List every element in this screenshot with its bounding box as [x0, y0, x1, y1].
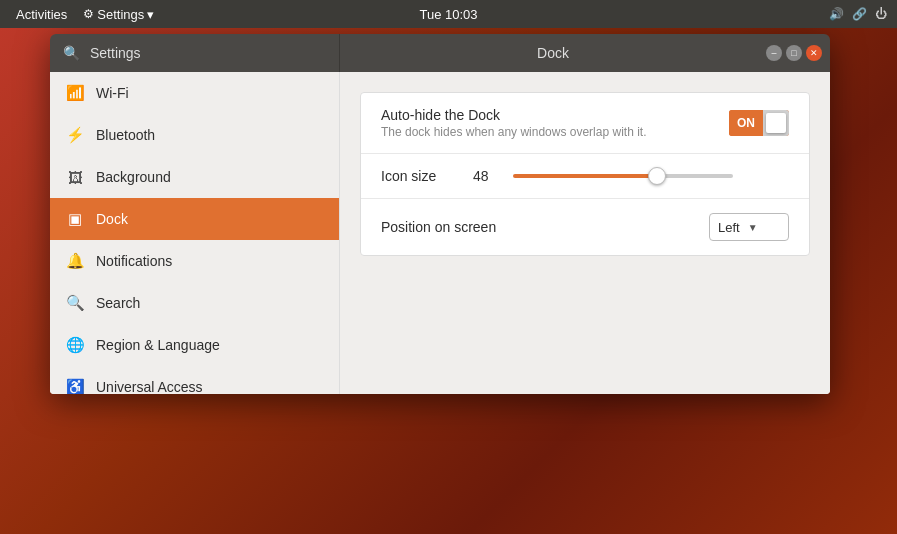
sidebar-item-universal[interactable]: ♿ Universal Access: [50, 366, 339, 394]
icon-size-control: Icon size 48: [381, 168, 789, 184]
close-button[interactable]: ✕: [806, 45, 822, 61]
settings-menu[interactable]: ⚙ Settings ▾: [77, 5, 160, 24]
settings-menu-arrow-icon: ▾: [147, 7, 154, 22]
title-bar-settings-label: Settings: [90, 45, 141, 61]
sidebar-item-search-label: Search: [96, 295, 140, 311]
region-icon: 🌐: [66, 336, 84, 354]
toggle-on-label: ON: [729, 110, 763, 136]
sidebar: 📶 Wi-Fi ⚡ Bluetooth 🖼 Background ▣ Dock …: [50, 72, 340, 394]
position-value: Left: [718, 220, 740, 235]
top-bar-right: 🔊 🔗 ⏻: [829, 7, 887, 21]
settings-menu-label: Settings: [97, 7, 144, 22]
chevron-down-icon: ▼: [748, 222, 758, 233]
top-bar-left: Activities ⚙ Settings ▾: [10, 5, 160, 24]
sidebar-item-wifi-label: Wi-Fi: [96, 85, 129, 101]
bell-icon: 🔔: [66, 252, 84, 270]
sidebar-item-background-label: Background: [96, 169, 171, 185]
icon-size-value: 48: [473, 168, 501, 184]
autohide-description: The dock hides when any windows overlap …: [381, 125, 646, 139]
autohide-label-group: Auto-hide the Dock The dock hides when a…: [381, 107, 646, 139]
sidebar-item-search[interactable]: 🔍 Search: [50, 282, 339, 324]
bluetooth-icon: ⚡: [66, 126, 84, 144]
sidebar-item-region[interactable]: 🌐 Region & Language: [50, 324, 339, 366]
autohide-row: Auto-hide the Dock The dock hides when a…: [361, 93, 809, 154]
volume-icon: 🔊: [829, 7, 844, 21]
sidebar-item-region-label: Region & Language: [96, 337, 220, 353]
position-select[interactable]: Left ▼: [709, 213, 789, 241]
sidebar-item-dock-label: Dock: [96, 211, 128, 227]
sidebar-item-bluetooth[interactable]: ⚡ Bluetooth: [50, 114, 339, 156]
sidebar-item-notifications-label: Notifications: [96, 253, 172, 269]
title-bar-left: 🔍 Settings: [50, 34, 340, 72]
top-bar: Activities ⚙ Settings ▾ Tue 10:03 🔊 🔗 ⏻: [0, 0, 897, 28]
sidebar-item-universal-label: Universal Access: [96, 379, 203, 394]
sidebar-item-notifications[interactable]: 🔔 Notifications: [50, 240, 339, 282]
background-icon: 🖼: [66, 169, 84, 186]
sidebar-item-wifi[interactable]: 📶 Wi-Fi: [50, 72, 339, 114]
icon-size-row: Icon size 48: [361, 154, 809, 199]
power-icon: ⏻: [875, 7, 887, 21]
autohide-toggle[interactable]: ON: [729, 110, 789, 136]
minimize-button[interactable]: –: [766, 45, 782, 61]
window-controls: – □ ✕: [766, 45, 830, 61]
universal-icon: ♿: [66, 378, 84, 394]
slider-container: [513, 174, 789, 178]
title-bar-center: Dock: [340, 45, 766, 61]
settings-window: 🔍 Settings Dock – □ ✕ 📶 Wi-Fi ⚡ Bluetoot…: [50, 34, 830, 394]
position-row: Position on screen Left ▼: [361, 199, 809, 255]
sidebar-item-bluetooth-label: Bluetooth: [96, 127, 155, 143]
activities-button[interactable]: Activities: [10, 5, 73, 24]
maximize-button[interactable]: □: [786, 45, 802, 61]
dock-settings-card: Auto-hide the Dock The dock hides when a…: [360, 92, 810, 256]
clock: Tue 10:03: [419, 7, 477, 22]
window-body: 📶 Wi-Fi ⚡ Bluetooth 🖼 Background ▣ Dock …: [50, 72, 830, 394]
icon-size-label: Icon size: [381, 168, 461, 184]
dock-icon: ▣: [66, 210, 84, 228]
title-bar: 🔍 Settings Dock – □ ✕: [50, 34, 830, 72]
toggle-knob: [766, 113, 786, 133]
main-content: Auto-hide the Dock The dock hides when a…: [340, 72, 830, 394]
wifi-icon: 📶: [66, 84, 84, 102]
autohide-label: Auto-hide the Dock: [381, 107, 646, 123]
gear-icon: ⚙: [83, 7, 94, 21]
toggle-knob-area: [763, 110, 789, 136]
sidebar-item-background[interactable]: 🖼 Background: [50, 156, 339, 198]
icon-size-slider[interactable]: [513, 174, 733, 178]
position-label: Position on screen: [381, 219, 496, 235]
title-bar-dock-label: Dock: [537, 45, 569, 61]
network-icon: 🔗: [852, 7, 867, 21]
search-icon-button[interactable]: 🔍: [58, 40, 84, 66]
search-icon: 🔍: [66, 294, 84, 312]
sidebar-item-dock[interactable]: ▣ Dock: [50, 198, 339, 240]
